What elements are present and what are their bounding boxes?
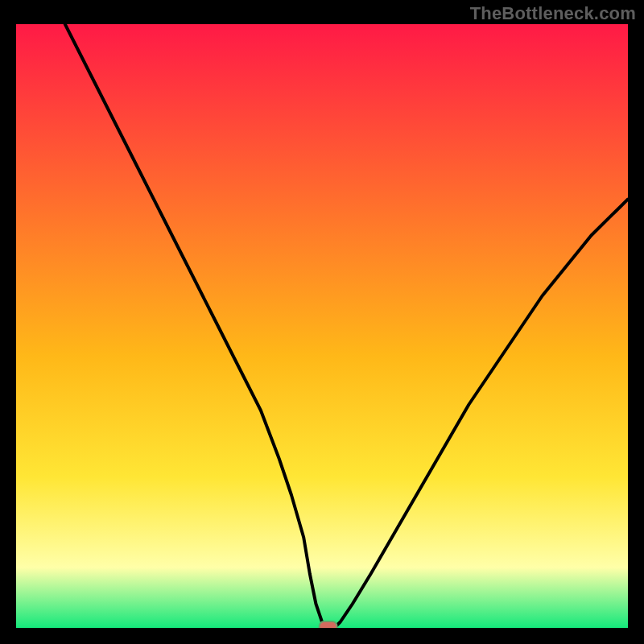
gradient-background [16,24,628,628]
attribution-text: TheBottleneck.com [470,3,636,24]
plot-area [16,24,628,628]
optimum-marker [320,621,337,628]
chart-frame: TheBottleneck.com [0,0,644,644]
chart-svg [16,24,628,628]
